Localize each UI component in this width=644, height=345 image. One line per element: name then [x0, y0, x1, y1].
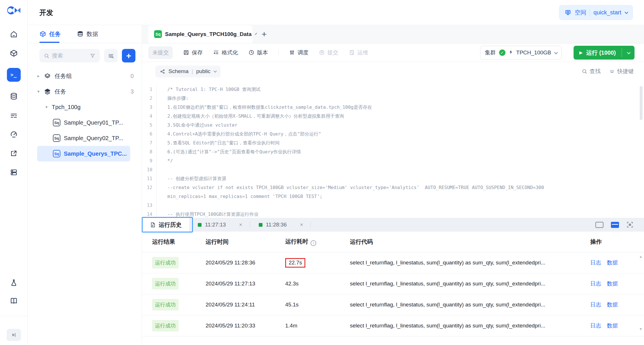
result-tab-112836[interactable]: 11:28:36 ×: [259, 222, 303, 228]
green-square-icon: [259, 223, 262, 227]
tree-item-sample-query01[interactable]: Sq Sample_Query01_TP...: [28, 115, 142, 130]
history-row: 运行成功 2024/05/29 11:20:33 1.4m select l_r…: [142, 315, 644, 336]
panel-maximize-icon[interactable]: [611, 222, 619, 228]
editor-tab-active[interactable]: Sq Sample_Querys_TPCH100g_Data: [148, 25, 252, 43]
run-code: select l_returnflag, l_linestatus, sum(l…: [350, 260, 590, 266]
top-header: 开发 空间 quick_start: [28, 0, 644, 25]
sliders-icon: [289, 49, 295, 56]
filter-funnel-icon[interactable]: [90, 53, 95, 59]
run-duration: 1.4m: [285, 323, 350, 329]
column-header-actions: 操作: [590, 238, 634, 246]
home-icon[interactable]: [9, 30, 18, 39]
column-header-code: 运行代码: [350, 238, 590, 246]
schedule-button[interactable]: 调度: [289, 49, 308, 56]
run-code: select l_returnflag, l_linestatus, sum(l…: [350, 281, 590, 287]
search-icon: [44, 53, 49, 59]
tree-item-sample-query02[interactable]: Sq Sample_Query02_TP...: [28, 130, 142, 146]
list-search-button[interactable]: [104, 49, 118, 62]
tree-item-tpch100g[interactable]: ▾ Tpch_100g: [28, 99, 142, 115]
new-tab-button[interactable]: +: [262, 30, 267, 39]
editor-scrollbar[interactable]: [640, 86, 643, 120]
run-code: select l_returnflag, l_linestatus, sum(l…: [350, 323, 590, 329]
resources-servers-icon[interactable]: [9, 168, 18, 177]
log-link[interactable]: 日志: [590, 322, 601, 329]
result-tab-112713[interactable]: 11:27:13 ×: [198, 222, 242, 228]
code-line: 14-- 执行使用TPCH_100GB计算资源运行作业: [142, 210, 644, 218]
tab-data[interactable]: 数据: [77, 25, 98, 43]
data-link[interactable]: 数据: [607, 322, 618, 329]
run-button: ▶ 运行 (1000): [574, 46, 635, 60]
save-button[interactable]: 保存: [183, 49, 203, 56]
close-icon[interactable]: ×: [239, 222, 242, 228]
panel-layout-icons: [595, 221, 634, 228]
collapse-sidebar-button[interactable]: [7, 329, 21, 341]
manual-book-icon[interactable]: [9, 296, 18, 305]
workspace-selector[interactable]: 空间 quick_start: [559, 5, 633, 20]
search-input[interactable]: 搜索: [39, 49, 100, 62]
version-button[interactable]: 版本: [248, 49, 268, 56]
log-link[interactable]: 日志: [590, 280, 601, 287]
tree-item-tasks[interactable]: ▾ 任务 3: [28, 84, 142, 99]
history-table-header: 运行结果 运行时间 运行耗时i 运行代码 操作: [142, 232, 644, 252]
panel-tab-divider: [250, 222, 250, 228]
add-task-button[interactable]: +: [122, 49, 135, 62]
tree-item-task-group[interactable]: ▸ 任务组 0: [28, 68, 142, 84]
sql-file-icon: Sq: [53, 134, 60, 142]
tree-item-count: 3: [131, 88, 134, 95]
format-icon: [213, 49, 219, 56]
shortcuts-button[interactable]: 快捷键: [609, 68, 634, 75]
run-time: 2024/05/29 11:28:36: [206, 260, 285, 266]
layers-icon: [44, 72, 51, 80]
workspace-monitor-icon: [565, 9, 571, 16]
cluster-selector[interactable]: 集群 ✓ TPCH_100GB: [480, 46, 562, 60]
run-time: 2024/05/29 11:20:33: [206, 323, 285, 329]
workspace-divider: [590, 9, 590, 16]
database-icon[interactable]: [9, 92, 18, 101]
tab-tasks[interactable]: 任务: [39, 25, 61, 43]
close-icon[interactable]: ×: [300, 222, 303, 228]
data-link[interactable]: 数据: [607, 259, 618, 266]
run-button-main[interactable]: ▶ 运行 (1000): [574, 49, 622, 57]
schema-selector[interactable]: Schema | public: [155, 66, 221, 77]
modules-cube-icon[interactable]: [9, 49, 18, 58]
run-dropdown-button[interactable]: [622, 46, 635, 60]
code-line: 10: [142, 165, 644, 174]
code-line: 86.(可选)通过"计算"->"历史"页面查看每个Query作业执行详情: [142, 147, 644, 156]
code-line: 12--create vcluster if not exists TPCH_1…: [142, 183, 644, 192]
history-doc-icon: [150, 222, 156, 228]
status-success-badge: 运行成功: [152, 320, 179, 331]
cluster-label: 集群: [485, 49, 496, 56]
fullscreen-icon[interactable]: [626, 221, 634, 228]
sql-editor[interactable]: 1/* Tutorial 1: TPC-H 100GB 查询测试 2操作步骤: …: [142, 81, 644, 218]
tree-item-label: Sample_Query01_TP...: [64, 119, 123, 126]
caret-collapsed-icon: ▸: [37, 73, 44, 79]
log-link[interactable]: 日志: [590, 301, 601, 308]
log-link[interactable]: 日志: [590, 259, 601, 266]
export-share-icon[interactable]: [9, 149, 18, 158]
search-icon: [582, 68, 587, 74]
history-clock-icon: [248, 49, 254, 56]
data-link[interactable]: 数据: [607, 280, 618, 287]
experiment-flask-icon[interactable]: [9, 279, 18, 287]
data-link[interactable]: 数据: [607, 301, 618, 308]
panel-normal-icon[interactable]: [595, 222, 604, 228]
clickzetta-logo[interactable]: [7, 6, 20, 17]
annotation-red-box: 22.7s: [285, 258, 305, 268]
ops-button[interactable]: 运维: [349, 49, 368, 56]
scroll-up-arrow[interactable]: ▲: [639, 255, 643, 258]
search-row: 搜索 +: [39, 49, 142, 62]
lineage-icon[interactable]: [9, 111, 18, 120]
tab-tasks-label: 任务: [49, 30, 61, 38]
schema-divider: |: [192, 68, 193, 75]
scroll-down-arrow[interactable]: ▼: [639, 327, 643, 331]
submit-button[interactable]: 提交: [319, 49, 338, 56]
format-button[interactable]: 格式化: [213, 49, 238, 56]
radar-icon[interactable]: [9, 130, 18, 139]
results-panel: 运行历史 11:27:13 × 11:28:36 ×: [142, 218, 644, 345]
find-button[interactable]: 查找: [582, 68, 601, 75]
code-line: 9*/: [142, 156, 644, 165]
tree-item-sample-querys-selected[interactable]: Sq Sample_Querys_TPC...: [37, 146, 130, 161]
run-history-tab[interactable]: 运行历史: [142, 218, 189, 232]
dev-console-icon[interactable]: >_: [7, 68, 21, 82]
info-icon[interactable]: i: [310, 240, 316, 246]
